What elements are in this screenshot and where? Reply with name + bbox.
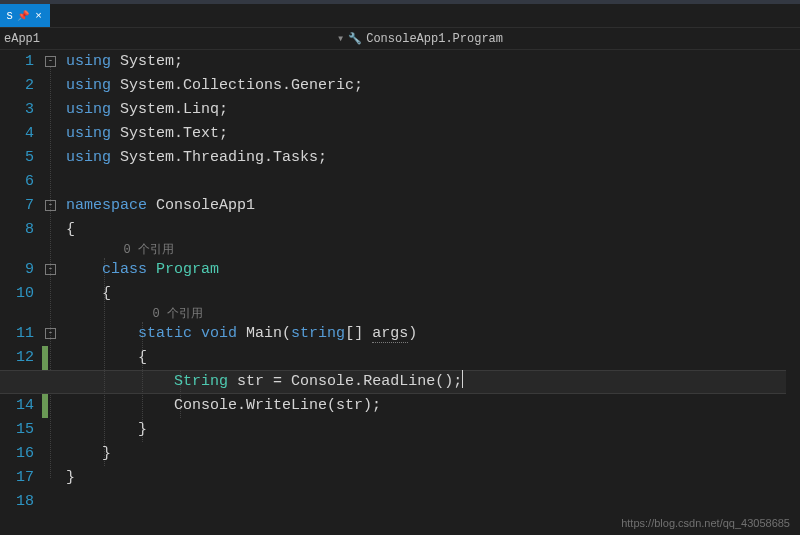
text-caret	[462, 370, 463, 388]
line-number: 2	[0, 74, 34, 98]
code-line[interactable]: using System;	[66, 50, 800, 74]
tab-strip: s 📌 ×	[0, 4, 800, 28]
code-line[interactable]: namespace ConsoleApp1	[66, 194, 800, 218]
tab-label: s	[6, 9, 13, 23]
line-number: 10	[0, 282, 34, 306]
code-line[interactable]: using System.Text;	[66, 122, 800, 146]
code-line[interactable]: {	[66, 218, 800, 242]
codelens-link[interactable]: 0 个引用	[66, 242, 800, 258]
code-line[interactable]	[66, 490, 800, 514]
line-number: 7	[0, 194, 34, 218]
code-line[interactable]: Console.WriteLine(str);	[66, 394, 800, 418]
line-number: 16	[0, 442, 34, 466]
fold-toggle[interactable]: -	[45, 56, 56, 67]
line-number: 9	[0, 258, 34, 282]
watermark: https://blog.csdn.net/qq_43058685	[621, 517, 790, 529]
line-number: 17	[0, 466, 34, 490]
line-number: 11	[0, 322, 34, 346]
code-line[interactable]: using System.Threading.Tasks;	[66, 146, 800, 170]
line-number: 8	[0, 218, 34, 242]
wrench-icon: 🔧	[348, 32, 362, 45]
pin-icon[interactable]: 📌	[17, 10, 29, 22]
line-number: 5	[0, 146, 34, 170]
code-line[interactable]: {	[66, 346, 800, 370]
close-tab-button[interactable]: ×	[33, 10, 44, 22]
code-line[interactable]: }	[66, 466, 800, 490]
code-line[interactable]: class Program	[66, 258, 800, 282]
context-crumb-label: ConsoleApp1.Program	[366, 32, 503, 46]
line-number: 1	[0, 50, 34, 74]
outline-column: - - - -	[42, 50, 66, 535]
line-number-gutter: 1 2 3 4 5 6 7 8 9 10 11 12 13 14 15 16 1…	[0, 50, 42, 535]
code-line[interactable]: static void Main(string[] args)	[66, 322, 800, 346]
code-line[interactable]: {	[66, 282, 800, 306]
code-area[interactable]: using System; using System.Collections.G…	[66, 50, 800, 535]
line-number: 6	[0, 170, 34, 194]
line-number: 15	[0, 418, 34, 442]
line-number: 3	[0, 98, 34, 122]
vertical-scrollbar[interactable]	[786, 96, 800, 535]
line-number: 18	[0, 490, 34, 514]
editor[interactable]: 1 2 3 4 5 6 7 8 9 10 11 12 13 14 15 16 1…	[0, 50, 800, 535]
code-line[interactable]: String str = Console.ReadLine();	[66, 370, 800, 394]
line-number: 12	[0, 346, 34, 370]
context-crumb[interactable]: ▾ 🔧 ConsoleApp1.Program	[40, 31, 800, 46]
active-tab[interactable]: s 📌 ×	[0, 4, 50, 27]
code-line[interactable]: using System.Collections.Generic;	[66, 74, 800, 98]
code-line[interactable]	[66, 170, 800, 194]
code-line[interactable]: }	[66, 442, 800, 466]
context-project[interactable]: eApp1	[0, 32, 40, 46]
line-number: 14	[0, 394, 34, 418]
code-line[interactable]: using System.Linq;	[66, 98, 800, 122]
codelens-link[interactable]: 0 个引用	[66, 306, 800, 322]
code-line[interactable]: }	[66, 418, 800, 442]
context-bar: eApp1 ▾ 🔧 ConsoleApp1.Program	[0, 28, 800, 50]
line-number: 4	[0, 122, 34, 146]
